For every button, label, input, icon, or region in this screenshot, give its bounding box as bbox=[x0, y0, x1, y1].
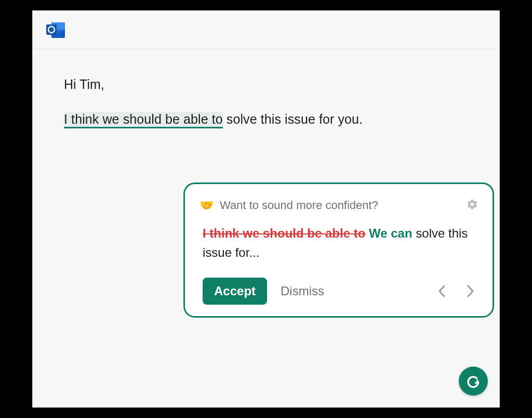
insert-text: We can bbox=[365, 226, 412, 240]
app-header bbox=[33, 11, 499, 49]
suggestion-header: 🤝 Want to sound more confident? bbox=[200, 199, 478, 212]
highlighted-phrase[interactable]: I think we should be able to bbox=[64, 112, 223, 128]
grammarly-fab[interactable] bbox=[459, 367, 488, 396]
greeting-text: Hi Tim, bbox=[64, 74, 468, 95]
card-actions: Accept Dismiss bbox=[200, 278, 478, 305]
body-rest: solve this issue for you. bbox=[223, 112, 363, 126]
suggestion-card: 🤝 Want to sound more confident? I think … bbox=[183, 182, 494, 318]
nav-arrows bbox=[437, 284, 475, 298]
strike-text: I think we should be able to bbox=[203, 226, 365, 240]
accept-button[interactable]: Accept bbox=[203, 278, 267, 305]
handshake-icon: 🤝 bbox=[200, 199, 214, 212]
next-arrow-icon[interactable] bbox=[466, 284, 475, 298]
suggestion-title: Want to sound more confident? bbox=[220, 199, 378, 212]
suggestion-title-row: 🤝 Want to sound more confident? bbox=[200, 199, 378, 212]
prev-arrow-icon[interactable] bbox=[437, 284, 447, 298]
rewrite-text: I think we should be able to We can solv… bbox=[200, 224, 478, 262]
gear-icon[interactable] bbox=[467, 199, 478, 212]
body-line: I think we should be able to solve this … bbox=[64, 109, 468, 129]
dismiss-button[interactable]: Dismiss bbox=[278, 278, 326, 305]
outlook-icon bbox=[45, 19, 66, 40]
compose-area[interactable]: Hi Tim, I think we should be able to sol… bbox=[33, 49, 499, 129]
app-window: Hi Tim, I think we should be able to sol… bbox=[32, 10, 500, 408]
